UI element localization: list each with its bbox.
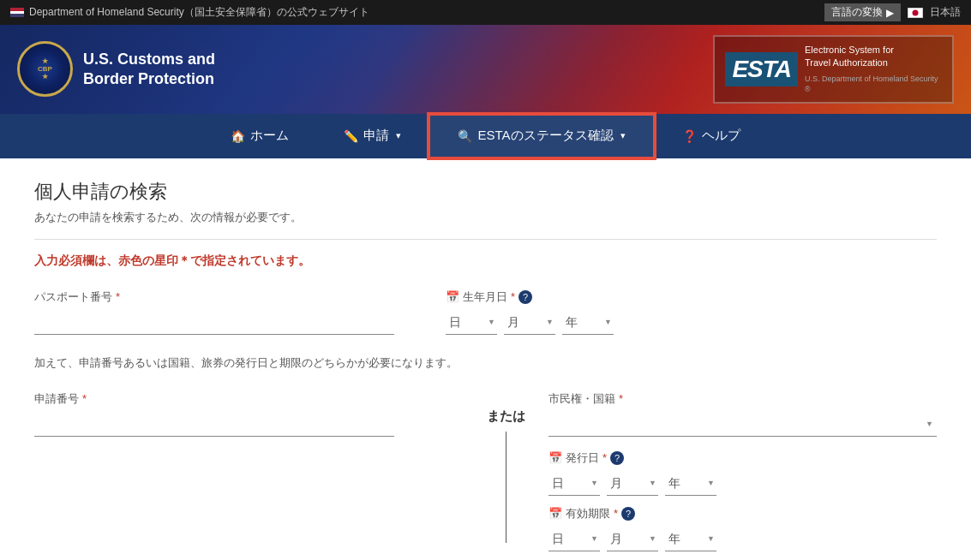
lang-arrow-icon: ▶: [886, 7, 894, 19]
citizenship-select[interactable]: [548, 412, 937, 436]
vertical-divider: [506, 432, 506, 543]
nav-help[interactable]: ❓ ヘルプ: [655, 114, 768, 158]
language-toggle-button[interactable]: 言語の変換 ▶: [824, 3, 901, 21]
dob-day-select[interactable]: 日: [446, 310, 497, 335]
issue-year-select[interactable]: 年: [665, 471, 716, 496]
page-title: 個人申請の検索: [34, 179, 937, 205]
dob-help-icon[interactable]: ?: [518, 290, 532, 304]
expiry-date-selects: 日 月 年: [548, 527, 937, 551]
issue-date-selects: 日 月 年: [548, 471, 937, 496]
gov-bar-left: Department of Homeland Security（国土安全保障省）…: [10, 5, 369, 20]
required-fields-note: 入力必須欄は、赤色の星印＊で指定されています。: [34, 253, 937, 269]
esta-badge-text: ESTA: [725, 52, 798, 86]
esta-logo: ESTA Electronic System for Travel Author…: [713, 35, 954, 104]
nav-home[interactable]: 🏠 ホーム: [203, 114, 316, 158]
application-number-label: 申請番号*: [34, 391, 463, 407]
citizenship-label: 市民権・国籍*: [548, 391, 937, 407]
expiry-date-group: 📅 有効期限* ? 日 月: [548, 506, 937, 551]
expiry-date-label: 📅 有効期限* ?: [548, 506, 937, 521]
dob-year-select[interactable]: 年: [562, 310, 614, 335]
expiry-day-select[interactable]: 日: [548, 527, 600, 551]
apply-icon: ✏️: [344, 129, 358, 143]
issue-date-label: 📅 発行日* ?: [548, 450, 937, 466]
cbp-org-name: U.S. Customs and Border Protection: [83, 50, 215, 90]
dob-label: 📅 生年月日* ?: [446, 289, 937, 305]
issue-month-wrapper: 月: [607, 471, 658, 496]
issue-month-select[interactable]: 月: [607, 471, 658, 496]
or-text: または: [487, 408, 525, 425]
nav-apply-label: 申請: [363, 128, 389, 144]
status-icon: 🔍: [458, 129, 472, 143]
application-number-input[interactable]: [34, 412, 394, 437]
issue-help-icon[interactable]: ?: [610, 451, 624, 465]
dob-date-selects: 日 月 年: [446, 310, 937, 335]
dhs-text: Department of Homeland Security（国土安全保障省）…: [29, 5, 369, 20]
application-number-group: 申請番号*: [34, 391, 463, 437]
nav-status-label: ESTAのステータス確認: [477, 128, 613, 144]
dob-day-wrapper: 日: [446, 310, 497, 335]
dob-field-group: 📅 生年月日* ? 日 月 年: [446, 289, 937, 335]
dob-cal-icon: 📅: [446, 290, 459, 303]
or-separator-group: または: [463, 391, 548, 543]
nav-status-check[interactable]: 🔍 ESTAのステータス確認 ▾: [429, 114, 654, 158]
home-icon: 🏠: [231, 129, 245, 143]
expiry-year-select[interactable]: 年: [665, 527, 716, 551]
citizenship-field-group: 市民権・国籍*: [548, 391, 937, 437]
cbp-seal-logo: ★CBP★: [17, 41, 73, 97]
citizenship-select-wrapper: [548, 412, 937, 437]
issue-cal-icon: 📅: [548, 451, 562, 464]
seal-text: ★CBP★: [38, 57, 52, 80]
passport-label: パスポート番号*: [34, 289, 394, 305]
issue-date-group: 📅 発行日* ? 日 月: [548, 450, 937, 496]
gov-bar: Department of Homeland Security（国土安全保障省）…: [0, 0, 971, 25]
site-header: ★CBP★ U.S. Customs and Border Protection…: [0, 25, 971, 114]
header-right: ESTA Electronic System for Travel Author…: [713, 35, 954, 104]
issue-day-select[interactable]: 日: [548, 471, 600, 496]
section-divider: [34, 239, 937, 240]
apply-arrow-icon: ▾: [396, 130, 401, 141]
current-language: 日本語: [930, 5, 961, 20]
us-flag-icon: [10, 8, 24, 17]
main-navigation: 🏠 ホーム ✏️ 申請 ▾ 🔍 ESTAのステータス確認 ▾ ❓ ヘルプ: [0, 114, 971, 158]
japan-flag-icon: [908, 8, 923, 18]
nav-help-label: ヘルプ: [702, 128, 740, 144]
dob-month-select[interactable]: 月: [504, 310, 555, 335]
org-name-line1: U.S. Customs and Border Protection: [83, 50, 215, 90]
expiry-day-wrapper: 日: [548, 527, 600, 551]
expiry-month-wrapper: 月: [607, 527, 658, 551]
status-arrow-icon: ▾: [620, 130, 626, 141]
passport-field-group: パスポート番号*: [34, 289, 394, 335]
dob-year-wrapper: 年: [562, 310, 614, 335]
expiry-year-wrapper: 年: [665, 527, 716, 551]
esta-description: Electronic System for Travel Authorizati…: [805, 44, 942, 95]
expiry-help-icon[interactable]: ?: [621, 507, 635, 521]
nav-apply[interactable]: ✏️ 申請 ▾: [316, 114, 429, 158]
additional-note: 加えて、申請番号あるいは国籍、旅券の発行日と期限のどちらかが必要になります。: [34, 355, 937, 371]
gov-bar-right: 言語の変換 ▶ 日本語: [824, 3, 961, 21]
help-icon: ❓: [682, 129, 697, 143]
page-subtitle: あなたの申請を検索するため、次の情報が必要です。: [34, 210, 937, 225]
expiry-month-select[interactable]: 月: [607, 527, 658, 551]
issue-day-wrapper: 日: [548, 471, 600, 496]
issue-year-wrapper: 年: [665, 471, 716, 496]
nav-home-label: ホーム: [250, 128, 289, 144]
expiry-cal-icon: 📅: [548, 507, 562, 520]
main-content: 個人申請の検索 あなたの申請を検索するため、次の情報が必要です。 入力必須欄は、…: [0, 158, 971, 560]
dob-month-wrapper: 月: [504, 310, 555, 335]
lang-btn-label: 言語の変換: [831, 5, 883, 20]
passport-number-input[interactable]: [34, 310, 394, 335]
header-left: ★CBP★ U.S. Customs and Border Protection: [17, 41, 215, 97]
citizenship-dates-group: 市民権・国籍* 📅 発行日* ? 日: [548, 391, 937, 551]
